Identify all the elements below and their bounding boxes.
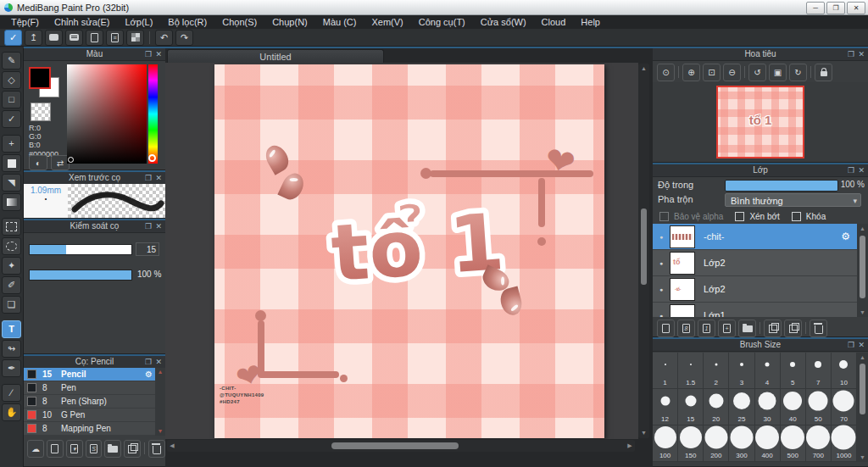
duplicate-layer-button[interactable] <box>764 320 782 337</box>
delete-brush-button[interactable] <box>148 440 165 458</box>
operation-tool[interactable]: ↬ <box>2 340 21 358</box>
add-8bit-layer-button[interactable]: 8 <box>677 320 695 337</box>
brush-size-option[interactable]: 2 <box>704 353 729 389</box>
panel-close-icon[interactable]: ✕ <box>858 339 865 351</box>
brush-size-option[interactable]: 10 <box>832 353 857 389</box>
scroll-down-icon[interactable]: ▼ <box>857 308 868 317</box>
popout-icon[interactable]: ❐ <box>145 220 152 232</box>
menu-item-cua-so[interactable]: Cửa sổ(W) <box>473 15 534 29</box>
layer-row[interactable]: ● tổ Lớp2 <box>653 250 857 276</box>
artwork-canvas[interactable]: tổ 1 ❤ ❤ -CH <box>214 64 604 438</box>
publish-button[interactable]: ↥ <box>25 30 42 46</box>
lasso-tool[interactable] <box>2 237 21 255</box>
panel-close-icon[interactable]: ✕ <box>858 164 865 176</box>
move-tool[interactable]: + <box>2 135 21 153</box>
bucket-tool[interactable]: ◥ <box>2 174 21 192</box>
brush-size-option[interactable]: 100 <box>653 425 678 462</box>
brush-cloud-download-button[interactable]: ☁ <box>27 440 44 458</box>
brush-opacity-slider[interactable] <box>29 270 132 281</box>
lock-checkbox[interactable] <box>792 212 801 221</box>
menu-item-xem[interactable]: Xem(V) <box>364 15 410 29</box>
new-document-button[interactable] <box>86 30 103 46</box>
control-point-tool[interactable]: ✓ <box>2 110 21 128</box>
add-script-brush-button[interactable]: S <box>86 440 103 458</box>
brush-size-option[interactable]: 20 <box>704 389 729 425</box>
pen-tool[interactable]: ✎ <box>2 52 21 69</box>
menu-item-tep[interactable]: Tệp(F) <box>3 15 47 29</box>
restore-icon[interactable]: ❐ <box>826 2 845 14</box>
palette-button[interactable]: ◐ <box>29 155 47 170</box>
layer-folder-button[interactable] <box>738 320 756 337</box>
menu-item-cloud[interactable]: Cloud <box>534 15 574 29</box>
visibility-dot-icon[interactable]: ● <box>653 260 670 266</box>
menu-item-mau[interactable]: Màu (C) <box>315 15 364 29</box>
divide-tool[interactable]: ∕ <box>2 384 21 402</box>
comment-button[interactable] <box>45 30 63 46</box>
brush-size-option[interactable]: 150 <box>678 425 704 462</box>
scroll-down-icon[interactable]: ▼ <box>638 428 649 438</box>
visibility-dot-icon[interactable]: ● <box>653 234 670 240</box>
select-eraser-tool[interactable]: ❏ <box>2 296 21 314</box>
brush-size-option[interactable]: 300 <box>729 425 754 462</box>
scroll-down-icon[interactable]: ▼ <box>857 453 868 462</box>
brush-row[interactable]: 8 Mapping Pen <box>24 422 155 436</box>
panel-close-icon[interactable]: ✕ <box>155 220 162 232</box>
brush-size-option[interactable]: 400 <box>755 425 781 462</box>
panel-close-icon[interactable]: ✕ <box>155 48 162 60</box>
hue-bar[interactable] <box>148 64 158 164</box>
close-icon[interactable]: ✕ <box>847 2 865 14</box>
hand-tool[interactable]: ✋ <box>2 403 21 421</box>
duplicate-brush-button[interactable] <box>124 440 141 458</box>
document-settings-button[interactable]: ≡ <box>106 30 124 46</box>
eraser-tool[interactable]: ◇ <box>2 71 21 89</box>
brush-size-option[interactable]: 1 <box>653 353 678 389</box>
brush-size-option[interactable]: 200 <box>704 425 729 462</box>
add-layer-button[interactable] <box>657 320 675 337</box>
menu-item-chon[interactable]: Chọn(S) <box>214 15 264 29</box>
brush-size-option[interactable]: 15 <box>678 389 704 425</box>
canvas-horizontal-scrollbar[interactable]: ◀ ▶ <box>167 440 635 452</box>
rotate-reset-button[interactable]: ▣ <box>769 64 787 81</box>
material-palette-button[interactable] <box>126 30 144 46</box>
rotate-right-button[interactable]: ↻ <box>789 64 807 81</box>
window-titlebar[interactable]: MediBang Paint Pro (32bit) ─ ❐ ✕ <box>0 0 868 15</box>
brush-list-scrollbar[interactable]: ▲ ▼ <box>155 368 165 436</box>
saturation-value-picker[interactable] <box>67 64 147 164</box>
vertical-scroll-thumb[interactable] <box>641 208 647 285</box>
blend-mode-dropdown[interactable]: Bình thường ▾ <box>725 193 861 207</box>
menu-item-chup[interactable]: Chụp(N) <box>264 15 315 29</box>
popout-icon[interactable]: ❐ <box>145 172 152 184</box>
brush-row[interactable]: 10 G Pen <box>24 409 155 422</box>
document-tab[interactable]: Untitled <box>167 49 384 63</box>
merge-layer-button[interactable] <box>784 320 802 337</box>
brush-size-option[interactable]: 3 <box>729 353 754 389</box>
figure-tool[interactable]: □ <box>2 91 21 108</box>
menu-item-bo-loc[interactable]: Bộ lọc(R) <box>160 15 214 29</box>
visibility-dot-icon[interactable]: ● <box>653 286 670 292</box>
scroll-up-icon[interactable]: ▲ <box>857 224 868 233</box>
layer-list-scrollbar[interactable]: ▲ ▼ <box>857 224 868 317</box>
brush-size-value[interactable]: 15 <box>136 242 159 256</box>
popout-icon[interactable]: ❐ <box>848 339 854 351</box>
brush-size-option[interactable]: 70 <box>832 389 857 425</box>
horizontal-scroll-thumb[interactable] <box>331 442 459 449</box>
zoom-out-button[interactable]: ⊖ <box>723 64 741 81</box>
add-brush-button[interactable] <box>47 440 64 458</box>
brush-size-option[interactable]: 12 <box>653 389 678 425</box>
transparent-color-swatch[interactable] <box>31 103 51 121</box>
brush-row[interactable]: 15 Pencil ⚙ <box>24 368 155 381</box>
text-tool[interactable]: T <box>2 320 21 338</box>
layer-row[interactable]: ● -tổ- Lớp2 <box>653 276 857 303</box>
brush-size-option[interactable]: 7 <box>806 353 832 389</box>
brush-size-option[interactable]: 500 <box>781 425 806 462</box>
brush-row[interactable]: 8 Pen (Sharp) <box>24 395 155 409</box>
visibility-dot-icon[interactable]: ● <box>653 313 670 318</box>
magic-wand-tool[interactable]: ✦ <box>2 257 21 275</box>
scroll-down-icon[interactable]: ▼ <box>158 427 164 436</box>
brush-size-option[interactable]: 1.5 <box>678 353 704 389</box>
add-brush-menu-button[interactable]: ▾ <box>66 440 83 458</box>
canvas-viewport[interactable]: tổ 1 ❤ ❤ -CH <box>165 63 638 439</box>
delete-layer-button[interactable] <box>810 320 827 337</box>
scroll-right-icon[interactable]: ▶ <box>625 440 635 452</box>
popout-icon[interactable]: ❐ <box>145 356 152 368</box>
